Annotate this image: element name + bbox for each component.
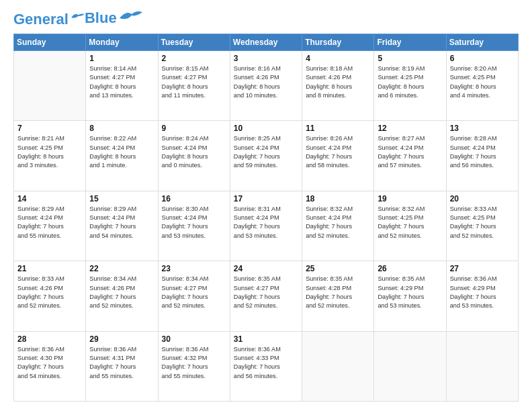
calendar-cell: 27Sunrise: 8:36 AMSunset: 4:29 PMDayligh… xyxy=(446,261,518,331)
cell-info: Sunrise: 8:32 AMSunset: 4:24 PMDaylight:… xyxy=(306,205,370,240)
cell-info: Sunrise: 8:36 AMSunset: 4:32 PMDaylight:… xyxy=(162,345,226,381)
day-number: 12 xyxy=(378,124,442,133)
calendar-cell: 28Sunrise: 8:36 AMSunset: 4:30 PMDayligh… xyxy=(14,331,86,401)
day-number: 14 xyxy=(17,194,82,203)
calendar-cell: 15Sunrise: 8:29 AMSunset: 4:24 PMDayligh… xyxy=(86,191,158,261)
day-number: 10 xyxy=(234,124,298,133)
day-number: 24 xyxy=(234,264,298,273)
day-number: 7 xyxy=(17,124,82,133)
cell-info: Sunrise: 8:25 AMSunset: 4:24 PMDaylight:… xyxy=(234,134,298,170)
day-number: 15 xyxy=(89,194,154,203)
cell-info: Sunrise: 8:24 AMSunset: 4:24 PMDaylight:… xyxy=(162,134,226,170)
weekday-header-tuesday: Tuesday xyxy=(158,34,230,51)
cell-info: Sunrise: 8:18 AMSunset: 4:26 PMDaylight:… xyxy=(306,64,370,100)
cell-info: Sunrise: 8:31 AMSunset: 4:24 PMDaylight:… xyxy=(234,205,298,240)
cell-info: Sunrise: 8:28 AMSunset: 4:24 PMDaylight:… xyxy=(450,134,515,170)
day-number: 3 xyxy=(234,54,298,63)
calendar-cell: 18Sunrise: 8:32 AMSunset: 4:24 PMDayligh… xyxy=(302,191,374,261)
day-number: 17 xyxy=(234,194,298,203)
calendar-cell: 2Sunrise: 8:15 AMSunset: 4:27 PMDaylight… xyxy=(158,51,230,121)
week-row-5: 28Sunrise: 8:36 AMSunset: 4:30 PMDayligh… xyxy=(14,331,519,401)
day-number: 28 xyxy=(17,334,82,344)
logo-text: General xyxy=(13,12,69,27)
day-number: 19 xyxy=(378,194,442,203)
cell-info: Sunrise: 8:36 AMSunset: 4:29 PMDaylight:… xyxy=(450,275,515,310)
calendar-cell: 25Sunrise: 8:35 AMSunset: 4:28 PMDayligh… xyxy=(302,261,374,331)
calendar-cell: 17Sunrise: 8:31 AMSunset: 4:24 PMDayligh… xyxy=(230,191,302,261)
calendar-cell: 22Sunrise: 8:34 AMSunset: 4:26 PMDayligh… xyxy=(86,261,158,331)
calendar-cell xyxy=(302,331,374,401)
calendar-cell: 11Sunrise: 8:26 AMSunset: 4:24 PMDayligh… xyxy=(302,121,374,191)
cell-info: Sunrise: 8:21 AMSunset: 4:25 PMDaylight:… xyxy=(17,134,82,170)
calendar-cell: 13Sunrise: 8:28 AMSunset: 4:24 PMDayligh… xyxy=(446,121,518,191)
day-number: 23 xyxy=(162,264,226,273)
cell-info: Sunrise: 8:33 AMSunset: 4:26 PMDaylight:… xyxy=(17,275,82,310)
calendar-cell: 29Sunrise: 8:36 AMSunset: 4:31 PMDayligh… xyxy=(86,331,158,401)
calendar-cell: 4Sunrise: 8:18 AMSunset: 4:26 PMDaylight… xyxy=(302,51,374,121)
day-number: 30 xyxy=(162,334,226,344)
weekday-header-thursday: Thursday xyxy=(302,34,374,51)
calendar-cell: 16Sunrise: 8:30 AMSunset: 4:24 PMDayligh… xyxy=(158,191,230,261)
cell-info: Sunrise: 8:36 AMSunset: 4:30 PMDaylight:… xyxy=(17,345,82,381)
calendar-cell: 20Sunrise: 8:33 AMSunset: 4:25 PMDayligh… xyxy=(446,191,518,261)
cell-info: Sunrise: 8:34 AMSunset: 4:27 PMDaylight:… xyxy=(162,275,226,310)
calendar-cell: 9Sunrise: 8:24 AMSunset: 4:24 PMDaylight… xyxy=(158,121,230,191)
calendar-cell: 14Sunrise: 8:29 AMSunset: 4:24 PMDayligh… xyxy=(14,191,86,261)
calendar-cell: 19Sunrise: 8:32 AMSunset: 4:25 PMDayligh… xyxy=(374,191,446,261)
header: General Blue xyxy=(13,12,519,27)
calendar-cell: 6Sunrise: 8:20 AMSunset: 4:25 PMDaylight… xyxy=(446,51,518,121)
cell-info: Sunrise: 8:27 AMSunset: 4:24 PMDaylight:… xyxy=(378,134,442,170)
day-number: 27 xyxy=(450,264,515,273)
cell-info: Sunrise: 8:29 AMSunset: 4:24 PMDaylight:… xyxy=(17,205,82,240)
calendar-cell: 3Sunrise: 8:16 AMSunset: 4:26 PMDaylight… xyxy=(230,51,302,121)
cell-info: Sunrise: 8:15 AMSunset: 4:27 PMDaylight:… xyxy=(162,64,226,100)
day-number: 21 xyxy=(17,264,82,273)
calendar-cell: 10Sunrise: 8:25 AMSunset: 4:24 PMDayligh… xyxy=(230,121,302,191)
weekday-header-saturday: Saturday xyxy=(446,34,518,51)
day-number: 25 xyxy=(306,264,370,273)
cell-info: Sunrise: 8:29 AMSunset: 4:24 PMDaylight:… xyxy=(89,205,154,240)
calendar-cell: 8Sunrise: 8:22 AMSunset: 4:24 PMDaylight… xyxy=(86,121,158,191)
weekday-header-row: SundayMondayTuesdayWednesdayThursdayFrid… xyxy=(14,34,519,51)
calendar-cell xyxy=(374,331,446,401)
day-number: 5 xyxy=(378,54,442,63)
cell-info: Sunrise: 8:22 AMSunset: 4:24 PMDaylight:… xyxy=(89,134,154,170)
calendar-cell xyxy=(446,331,518,401)
day-number: 9 xyxy=(162,124,226,133)
cell-info: Sunrise: 8:35 AMSunset: 4:28 PMDaylight:… xyxy=(306,275,370,310)
cell-info: Sunrise: 8:26 AMSunset: 4:24 PMDaylight:… xyxy=(306,134,370,170)
day-number: 29 xyxy=(89,334,154,344)
cell-info: Sunrise: 8:36 AMSunset: 4:33 PMDaylight:… xyxy=(234,345,298,381)
cell-info: Sunrise: 8:20 AMSunset: 4:25 PMDaylight:… xyxy=(450,64,515,100)
cell-info: Sunrise: 8:34 AMSunset: 4:26 PMDaylight:… xyxy=(89,275,154,310)
day-number: 8 xyxy=(89,124,154,133)
weekday-header-friday: Friday xyxy=(374,34,446,51)
calendar-cell: 26Sunrise: 8:35 AMSunset: 4:29 PMDayligh… xyxy=(374,261,446,331)
day-number: 18 xyxy=(306,194,370,203)
calendar-cell: 7Sunrise: 8:21 AMSunset: 4:25 PMDaylight… xyxy=(14,121,86,191)
calendar-cell: 5Sunrise: 8:19 AMSunset: 4:25 PMDaylight… xyxy=(374,51,446,121)
logo-bird-icon xyxy=(71,12,85,21)
cell-info: Sunrise: 8:36 AMSunset: 4:31 PMDaylight:… xyxy=(89,345,154,381)
cell-info: Sunrise: 8:35 AMSunset: 4:27 PMDaylight:… xyxy=(234,275,298,310)
day-number: 11 xyxy=(306,124,370,133)
day-number: 6 xyxy=(450,54,515,63)
calendar-cell xyxy=(14,51,86,121)
day-number: 13 xyxy=(450,124,515,133)
week-row-3: 14Sunrise: 8:29 AMSunset: 4:24 PMDayligh… xyxy=(14,191,519,261)
calendar-cell: 24Sunrise: 8:35 AMSunset: 4:27 PMDayligh… xyxy=(230,261,302,331)
page: General Blue SundayMondayTuesdayWednesda… xyxy=(0,0,532,411)
day-number: 4 xyxy=(306,54,370,63)
week-row-2: 7Sunrise: 8:21 AMSunset: 4:25 PMDaylight… xyxy=(14,121,519,191)
logo: General Blue xyxy=(13,12,142,27)
week-row-4: 21Sunrise: 8:33 AMSunset: 4:26 PMDayligh… xyxy=(14,261,519,331)
cell-info: Sunrise: 8:30 AMSunset: 4:24 PMDaylight:… xyxy=(162,205,226,240)
calendar-cell: 31Sunrise: 8:36 AMSunset: 4:33 PMDayligh… xyxy=(230,331,302,401)
day-number: 26 xyxy=(378,264,442,273)
weekday-header-sunday: Sunday xyxy=(14,34,86,51)
calendar-cell: 23Sunrise: 8:34 AMSunset: 4:27 PMDayligh… xyxy=(158,261,230,331)
cell-info: Sunrise: 8:35 AMSunset: 4:29 PMDaylight:… xyxy=(378,275,442,310)
calendar-cell: 21Sunrise: 8:33 AMSunset: 4:26 PMDayligh… xyxy=(14,261,86,331)
cell-info: Sunrise: 8:33 AMSunset: 4:25 PMDaylight:… xyxy=(450,205,515,240)
day-number: 1 xyxy=(89,54,154,63)
